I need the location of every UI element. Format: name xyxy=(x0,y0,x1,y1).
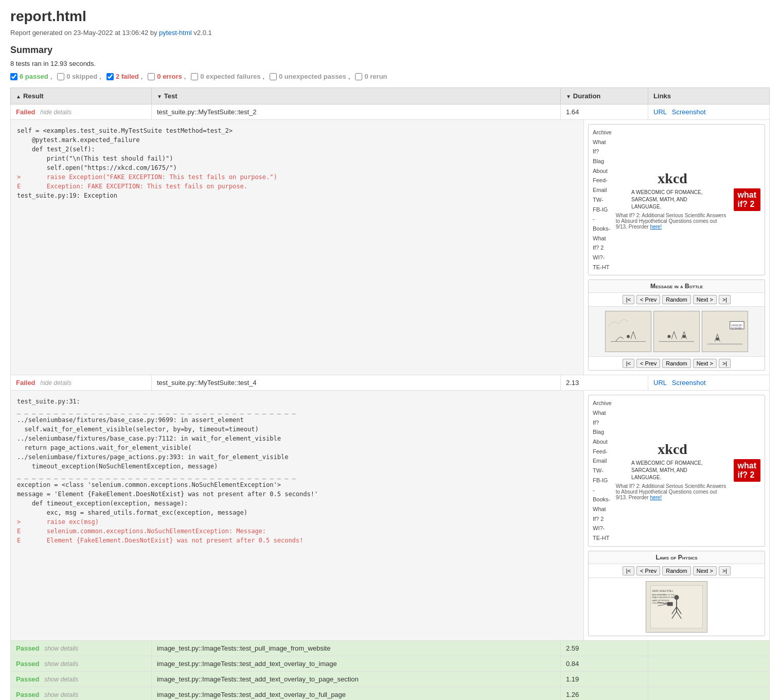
xkcd-wi-te-ht-link[interactable]: WI?-TE-HT xyxy=(593,253,612,272)
comic1-first-btn2[interactable]: |< xyxy=(623,359,634,368)
test-header[interactable]: ▼Test xyxy=(151,88,560,104)
xkcd-whatif2-link2[interactable]: What If? 2 xyxy=(593,504,612,523)
result-cell: Passed show details xyxy=(11,656,152,671)
xfail-checkbox[interactable] xyxy=(191,73,198,80)
comic1-frame-3: UNSUB- SCRIBE xyxy=(702,311,748,352)
url-link[interactable]: URL xyxy=(653,108,667,116)
toggle-details[interactable]: show details xyxy=(44,676,78,683)
toggle-details[interactable]: show details xyxy=(44,645,78,652)
toggle-details[interactable]: show details xyxy=(44,660,78,668)
test-cell: image_test.py::ImageTests::test_add_text… xyxy=(151,656,560,671)
xkcd-blag-link2[interactable]: Blag xyxy=(593,427,612,437)
xkcd-whatif-banner: what if? 2 xyxy=(734,188,760,211)
url-link[interactable]: URL xyxy=(653,379,667,387)
comic1-next-btn[interactable]: Next > xyxy=(693,295,717,304)
test-cell: image_test.py::ImageTests::test_add_text… xyxy=(151,687,560,700)
duration-cell: 1.26 xyxy=(560,687,648,700)
xkcd-whatif-link2[interactable]: What If? xyxy=(593,408,612,427)
comic2-frame: OKAY, HOLD STILL. AND REMEMBER, IF YOU R… xyxy=(589,578,765,636)
xkcd-whatif-banner2: what if? 2 xyxy=(734,459,760,482)
xkcd-tw-fb-ig-link2[interactable]: TW-FB-IG xyxy=(593,466,612,485)
comic1-prev-btn2[interactable]: < Prev xyxy=(636,359,660,368)
svg-text:SCRIBE: SCRIBE xyxy=(731,327,742,330)
filter-passed: 6 passed, xyxy=(10,73,52,80)
rerun-checkbox[interactable] xyxy=(355,73,362,80)
errors-checkbox[interactable] xyxy=(148,73,155,80)
xkcd-tw-fb-ig-link[interactable]: TW-FB-IG xyxy=(593,195,612,214)
links-header: Links xyxy=(648,88,770,104)
xkcd-about-link[interactable]: About xyxy=(593,166,612,176)
xkcd-nav2: Archive What If? Blag About Feed-Email T… xyxy=(593,398,612,542)
comic1-title: Message in a Bottle xyxy=(589,280,765,293)
result-header[interactable]: ▲Result xyxy=(11,88,152,104)
result-label: Passed xyxy=(16,644,40,652)
comic1-next-btn2[interactable]: Next > xyxy=(693,359,717,368)
comic1-frame-2 xyxy=(653,311,700,352)
detail-row: test_suite.py:31:_ _ _ _ _ _ _ _ _ _ _ _… xyxy=(11,391,770,640)
table-row: Passed show details image_test.py::Image… xyxy=(11,640,770,656)
xkcd-about-link2[interactable]: About xyxy=(593,437,612,447)
result-cell: Passed show details xyxy=(11,640,152,656)
links-cell xyxy=(648,640,770,656)
svg-text:REALLY BELIEVE IN THE: REALLY BELIEVE IN THE xyxy=(652,597,674,599)
comic1-controls: |< < Prev Random Next > >| xyxy=(589,293,765,307)
code-block: test_suite.py:31:_ _ _ _ _ _ _ _ _ _ _ _… xyxy=(11,391,584,640)
failed-checkbox[interactable] xyxy=(107,73,114,80)
comic1-random-btn[interactable]: Random xyxy=(662,295,691,304)
xpass-checkbox[interactable] xyxy=(270,73,277,80)
xkcd-books-link[interactable]: -Books- xyxy=(593,214,612,233)
filter-failed: 2 failed, xyxy=(107,73,143,80)
toggle-details[interactable]: hide details xyxy=(40,379,72,387)
result-label: Passed xyxy=(16,691,40,698)
result-cell: Failed hide details xyxy=(11,375,152,391)
report-meta: Report generated on 23-May-2022 at 13:06… xyxy=(10,29,770,37)
svg-point-2 xyxy=(627,335,630,338)
xkcd-wi-te-ht-link2[interactable]: WI?-TE-HT xyxy=(593,523,612,542)
result-cell: Passed show details xyxy=(11,671,152,687)
code-block: self = <examples.test_suite.MyTestSuite … xyxy=(11,120,584,375)
comic1-first-btn[interactable]: |< xyxy=(623,295,634,304)
xkcd-books-link2[interactable]: -Books- xyxy=(593,485,612,504)
xkcd-whatif-promo2: What If? 2: Additional Serious Scientifi… xyxy=(616,483,730,500)
comic2-first-btn[interactable]: |< xyxy=(623,566,634,575)
filter-error: 0 errors, xyxy=(148,73,186,80)
xkcd-whatif-link[interactable]: What If? xyxy=(593,137,612,156)
table-row: Passed show details image_test.py::Image… xyxy=(11,671,770,687)
svg-point-6 xyxy=(683,335,686,338)
screenshot-link[interactable]: Screenshot xyxy=(672,108,706,116)
svg-text:YOU DON'T FLINCH.: YOU DON'T FLINCH. xyxy=(652,602,670,604)
toggle-details[interactable]: show details xyxy=(44,691,78,698)
comic1-prev-btn[interactable]: < Prev xyxy=(636,295,660,304)
toggle-details[interactable]: hide details xyxy=(40,109,72,116)
filter-xfail: 0 expected failures, xyxy=(191,73,264,80)
comic2-last-btn[interactable]: >| xyxy=(719,566,731,575)
xkcd-nav: Archive What If? Blag About Feed-Email T… xyxy=(593,128,612,272)
xkcd-blag-link[interactable]: Blag xyxy=(593,156,612,166)
result-cell: Passed show details xyxy=(11,687,152,700)
test-cell: image_test.py::ImageTests::test_add_text… xyxy=(151,671,560,687)
comic2-image: OKAY, HOLD STILL. AND REMEMBER, IF YOU R… xyxy=(646,581,707,633)
filter-rerun: 0 rerun xyxy=(355,73,387,80)
comic2-next-btn[interactable]: Next > xyxy=(693,566,717,575)
passed-checkbox[interactable] xyxy=(10,73,17,80)
xkcd-archive-link[interactable]: Archive xyxy=(593,128,612,137)
duration-header[interactable]: ▼Duration xyxy=(560,88,648,104)
svg-rect-3 xyxy=(654,311,699,352)
skipped-checkbox[interactable] xyxy=(57,73,64,80)
comic1-last-btn2[interactable]: >| xyxy=(719,359,731,368)
xkcd-feed-email-link[interactable]: Feed-Email xyxy=(593,176,612,195)
svg-point-15 xyxy=(674,595,679,600)
test-count: 8 tests ran in 12.93 seconds. xyxy=(10,60,770,67)
test-cell: test_suite.py::MyTestSuite::test_4 xyxy=(151,375,560,391)
comic1-random-btn2[interactable]: Random xyxy=(662,359,691,368)
comic2-random-btn[interactable]: Random xyxy=(662,566,691,575)
xkcd-whatif2-link[interactable]: What If? 2 xyxy=(593,234,612,253)
pytest-html-link[interactable]: pytest-html xyxy=(159,29,192,37)
svg-rect-7 xyxy=(702,311,748,352)
summary-heading: Summary xyxy=(10,45,770,56)
xkcd-feed-email-link2[interactable]: Feed-Email xyxy=(593,447,612,466)
comic1-last-btn[interactable]: >| xyxy=(719,295,731,304)
xkcd-archive-link2[interactable]: Archive xyxy=(593,398,612,408)
comic2-prev-btn[interactable]: < Prev xyxy=(636,566,660,575)
screenshot-link[interactable]: Screenshot xyxy=(672,379,706,387)
